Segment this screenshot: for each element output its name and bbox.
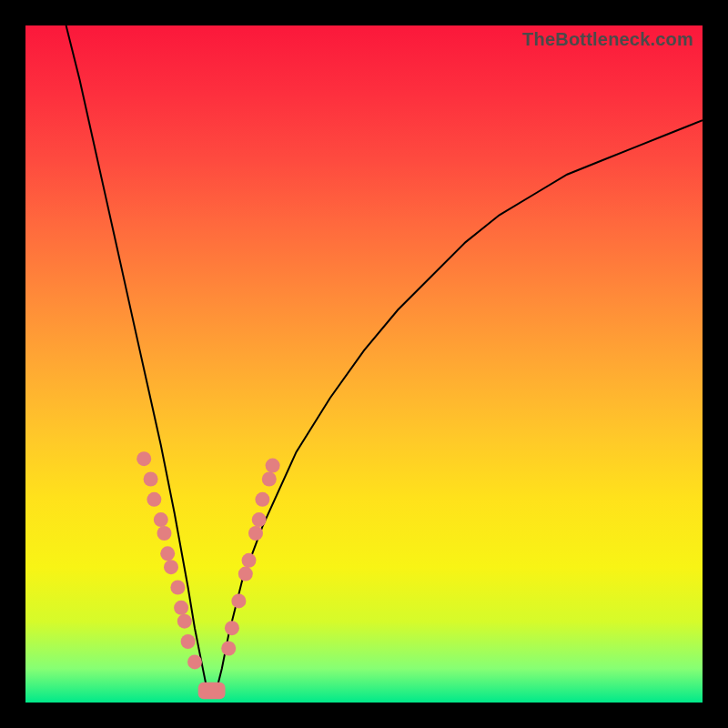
highlight-dot	[181, 634, 196, 649]
highlight-dot	[255, 492, 269, 507]
highlight-dot	[262, 472, 277, 487]
highlight-dot	[160, 546, 175, 561]
chart-frame: TheBottleneck.com	[0, 0, 728, 728]
highlight-dot	[170, 581, 185, 595]
highlight-dot	[164, 560, 178, 574]
plot-area: TheBottleneck.com	[25, 25, 703, 703]
chart-overlay	[25, 25, 703, 703]
highlight-dot	[174, 601, 188, 615]
highlight-dot	[266, 459, 280, 473]
highlight-dot	[225, 621, 239, 635]
highlight-dot	[221, 642, 236, 656]
highlight-dot	[157, 526, 172, 541]
highlight-dot	[177, 614, 192, 629]
highlight-dot	[248, 526, 263, 541]
highlight-dot	[242, 553, 257, 568]
valley-marker	[198, 682, 226, 700]
highlight-dot	[252, 512, 267, 527]
highlight-dot	[231, 593, 246, 608]
highlight-dot	[154, 512, 168, 527]
highlight-dot	[187, 654, 202, 669]
bottleneck-curve	[66, 25, 703, 696]
highlight-dots-group	[136, 451, 279, 669]
highlight-dot	[144, 472, 158, 487]
highlight-dot	[147, 492, 161, 507]
highlight-dot	[136, 451, 151, 466]
highlight-dot	[238, 567, 253, 581]
